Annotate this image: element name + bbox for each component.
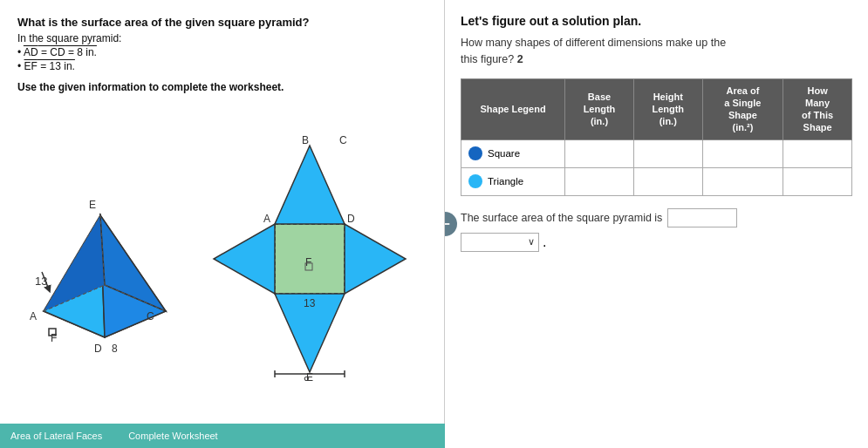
col-header-base-length: BaseLength(in.) [565,78,634,139]
square-height-input-cell [633,139,702,167]
surface-area-input[interactable] [667,208,737,227]
shape-legend-square: Square [461,139,565,167]
ef-value: = 13 in. [38,60,75,72]
square-base-input-cell [565,139,634,167]
bullet2: • EF = 13 in. [17,60,427,72]
table-row-square: Square [461,139,852,167]
triangle-count-input-cell [783,167,852,195]
chevron-down-icon: ∨ [528,236,535,248]
net-svg: B C A D F E 13 [209,128,410,381]
minus-icon [445,218,451,230]
svg-text:8: 8 [304,375,310,381]
svg-text:F: F [305,256,311,268]
use-info: Use the given information to complete th… [17,81,427,93]
triangle-base-input[interactable] [582,176,617,187]
col-header-area-single: Area ofa SingleShape(in.²) [702,78,783,139]
square-count-input-cell [783,139,852,167]
pyramid-svg: E B 13 A F D 8 C [17,137,192,372]
svg-text:B: B [65,254,72,266]
square-area-input-cell [702,139,783,167]
right-panel: Let's figure out a solution plan. How ma… [445,0,868,448]
net-diagram: B C A D F E 13 [209,128,410,381]
diagram-area: E B 13 A F D 8 C [17,102,427,381]
triangle-area-input[interactable] [721,176,764,187]
svg-text:C: C [339,134,347,146]
svg-marker-22 [345,224,406,294]
col-header-shape-legend: Shape Legend [461,78,565,139]
square-color-indicator [468,146,482,160]
svg-text:8: 8 [112,343,118,355]
svg-rect-35 [445,223,449,225]
shape-legend-triangle: Triangle [461,167,565,195]
svg-marker-21 [214,224,275,294]
question-heading: What is the surface area of the given sq… [17,16,427,29]
shape-count: 2 [517,53,523,65]
description: How many shapes of different dimensions … [461,35,852,68]
triangle-count-input[interactable] [800,176,835,187]
surface-area-label: The surface area of the square pyramid i… [461,212,662,224]
period-label: . [543,234,546,250]
triangle-height-input-cell [633,167,702,195]
bottom-link-2[interactable]: Complete Worksheet [128,431,218,441]
triangle-color-indicator [468,174,482,188]
bottom-bar: Area of Lateral Faces Complete Worksheet [0,424,445,448]
ef-label: EF [24,60,38,72]
svg-marker-19 [275,146,345,224]
square-area-input[interactable] [721,148,764,159]
square-base-input[interactable] [582,148,617,159]
shape-table: Shape Legend BaseLength(in.) HeightLengt… [461,78,852,196]
table-row-triangle: Triangle [461,167,852,195]
svg-text:A: A [263,213,270,225]
svg-text:E: E [89,199,96,211]
cd-label: = CD = 8 in. [38,46,97,58]
col-header-how-many: HowManyof ThisShape [783,78,852,139]
square-height-input[interactable] [651,148,686,159]
svg-text:13: 13 [304,297,316,309]
left-panel: What is the surface area of the given sq… [0,0,445,448]
pyramid-diagram: E B 13 A F D 8 C [17,137,192,381]
ad-label: AD [24,46,38,58]
pyramid-intro: In the square pyramid: [17,32,427,44]
triangle-label: Triangle [488,176,523,187]
surface-area-section: The surface area of the square pyramid i… [461,208,852,227]
svg-text:D: D [347,213,355,225]
toggle-panel-button[interactable] [445,212,457,236]
bottom-link-1[interactable]: Area of Lateral Faces [10,431,102,441]
svg-text:A: A [30,310,37,322]
units-dropdown[interactable]: ∨ [461,233,539,252]
desc-part1: How many shapes of different dimensions … [461,37,726,49]
triangle-base-input-cell [565,167,634,195]
svg-text:B: B [302,134,309,146]
square-count-input[interactable] [800,148,835,159]
right-heading: Let's figure out a solution plan. [461,14,852,28]
svg-text:C: C [147,310,154,322]
table-header-row: Shape Legend BaseLength(in.) HeightLengt… [461,78,852,139]
col-header-height-length: HeightLength(in.) [633,78,702,139]
triangle-height-input[interactable] [651,176,686,187]
svg-text:D: D [94,343,102,355]
bullet1: • AD = CD = 8 in. [17,46,427,58]
main-container: What is the surface area of the given sq… [0,0,868,448]
square-label: Square [488,148,520,159]
surface-area-row2: ∨ . [461,233,852,252]
triangle-area-input-cell [702,167,783,195]
desc-part2: this figure? [461,53,514,65]
